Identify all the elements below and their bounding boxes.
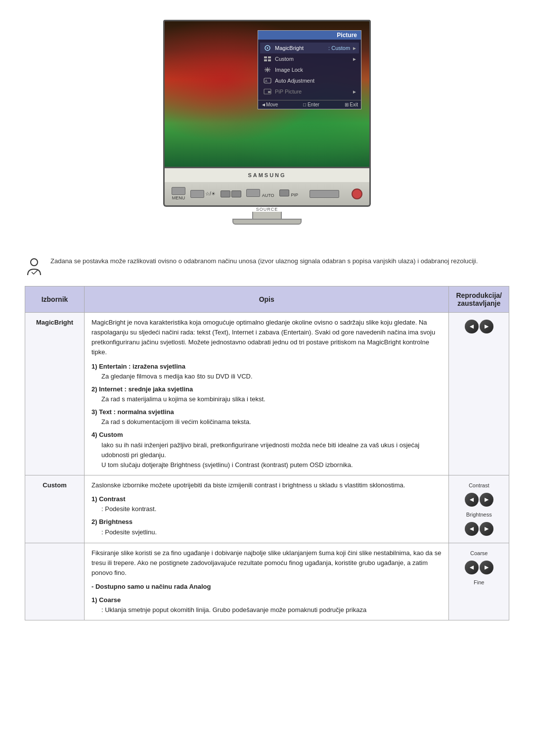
desc-para-9: U tom slučaju dotjerajte Brightness (svj…	[91, 460, 442, 470]
coarse-prev-button[interactable]: ◀	[465, 561, 479, 574]
notice-box: Zadana se postavka može razlikovati ovis…	[25, 251, 509, 281]
osd-arrow-magicbright: ►	[352, 46, 357, 51]
menu-button[interactable]	[172, 187, 185, 195]
svg-rect-5	[268, 59, 271, 61]
pip-control[interactable]: PIP	[279, 189, 298, 198]
coarse-desc-2: 1) Coarse	[91, 595, 442, 605]
osd-label-magicbright: MagicBright	[275, 45, 326, 51]
menu-label: MENU	[172, 195, 185, 200]
repro-label-contrast: Contrast	[456, 481, 502, 490]
brand-name: SAMSUNG	[248, 172, 286, 178]
osd-move: ◄Move	[261, 102, 278, 107]
snowflake-icon	[262, 65, 273, 74]
monitor-wrap: Picture MagicBright : Custom ►	[163, 20, 371, 225]
brightness-btn[interactable]	[190, 190, 204, 198]
brightness-controls: ☆/☀	[190, 190, 216, 198]
monitor-neck	[252, 212, 282, 219]
pip-label: PIP	[291, 192, 298, 197]
auto-label: AUTO	[262, 193, 274, 198]
svg-point-1	[267, 47, 268, 49]
brightness-next-button[interactable]: ▶	[480, 522, 493, 536]
prev-button[interactable]: ◀	[465, 320, 479, 333]
svg-text:A: A	[265, 79, 267, 83]
coarse-desc-4: : Uklanja smetnje poput okomitih linija.…	[91, 605, 442, 615]
monitor-controls: MENU ☆/☀ AUTO PIP	[163, 182, 371, 207]
brightness-buttons: ◀ ▶	[456, 522, 502, 536]
auto-control[interactable]: AUTO	[246, 189, 274, 198]
osd-item-magicbright[interactable]: MagicBright : Custom ►	[260, 43, 359, 53]
dvd-icon	[262, 44, 273, 52]
pip-icon	[262, 87, 273, 96]
osd-label-autoadj: Auto Adjustment	[275, 78, 357, 84]
desc-para-1: 1) Entertain : izražena svjetlina	[91, 362, 442, 372]
cell-menu-magicbright: MagicBright	[25, 313, 85, 475]
osd-item-custom[interactable]: Custom ►	[260, 53, 359, 64]
svg-rect-4	[264, 59, 267, 61]
desc-para-6: Za rad s dokumentacijom ili većim količi…	[91, 417, 442, 427]
osd-label-imagelock: Image Lock	[275, 67, 357, 73]
nav-controls	[221, 190, 241, 197]
osd-label-pip: PiP Picture	[275, 89, 350, 94]
power-button[interactable]	[352, 189, 362, 199]
menu-control[interactable]: MENU	[172, 187, 185, 200]
cell-repro-magicbright: ◀ ▶	[449, 313, 509, 475]
repro-buttons-magicbright: ◀ ▶	[456, 320, 502, 333]
custom-desc-1: 1) Contrast	[91, 494, 442, 504]
repro-label-fine: Fine	[456, 578, 502, 587]
custom-desc-0: Zaslonske izbornike možete upotrijebiti …	[91, 480, 442, 490]
auto-icon: A	[262, 76, 273, 85]
osd-item-imagelock[interactable]: Image Lock	[260, 64, 359, 75]
cell-desc-magicbright: MagicBright je nova karakteristika koja …	[85, 313, 449, 475]
monitor-foot	[232, 219, 302, 225]
cell-menu-custom: Custom	[25, 475, 85, 543]
pip-button[interactable]	[279, 189, 289, 196]
col-header-menu: Izbornik	[25, 286, 85, 313]
col-header-desc: Opis	[85, 286, 449, 313]
osd-body: MagicBright : Custom ►	[258, 40, 361, 100]
contrast-prev-button[interactable]: ◀	[465, 493, 479, 507]
coarse-desc-1: - Dostupno samo u načinu rada Analog	[91, 582, 442, 592]
custom-desc-2: : Podesite kontrast.	[91, 504, 442, 514]
brightness-symbol: ☆/☀	[205, 191, 216, 196]
monitor-screen: Picture MagicBright : Custom ►	[163, 20, 371, 168]
svg-rect-3	[268, 56, 271, 58]
cell-desc-coarse: Fiksiranje slike koristi se za fino ugađ…	[85, 543, 449, 620]
osd-value-magicbright: : Custom	[328, 45, 350, 51]
osd-arrow-custom: ►	[352, 56, 357, 62]
main-table: Izbornik Opis Reprodukcija/ zaustavljanj…	[25, 286, 509, 620]
desc-para-7: 4) Custom	[91, 430, 442, 440]
osd-enter: □ Enter	[303, 102, 319, 107]
osd-item-pip[interactable]: PiP Picture ►	[260, 86, 359, 97]
osd-item-autoadj[interactable]: A Auto Adjustment	[260, 75, 359, 86]
desc-para-5: 3) Text : normalna svjetlina	[91, 407, 442, 417]
col-header-repro: Reprodukcija/ zaustavljanje	[449, 286, 509, 313]
menu-grid-icon	[262, 54, 273, 63]
repro-label-coarse: Coarse	[456, 549, 502, 558]
cell-desc-custom: Zaslonske izbornike možete upotrijebiti …	[85, 475, 449, 543]
cell-menu-coarse	[25, 543, 85, 620]
contrast-buttons: ◀ ▶	[456, 493, 502, 507]
svg-rect-2	[264, 56, 267, 58]
svg-point-14	[31, 259, 38, 266]
osd-title: Picture	[258, 31, 361, 40]
source-label: SOURCE	[256, 207, 278, 212]
table-row: Fiksiranje slike koristi se za fino ugađ…	[25, 543, 509, 620]
desc-para-4: Za rad s materijalima u kojima se kombin…	[91, 394, 442, 404]
contrast-next-button[interactable]: ▶	[480, 493, 493, 507]
svg-rect-13	[268, 91, 270, 93]
monitor-stand: SOURCE	[232, 207, 302, 225]
notice-text: Zadana se postavka može razlikovati ovis…	[50, 256, 478, 266]
source-section	[303, 190, 347, 198]
desc-para-2: Za gledanje filmova s medija kao što su …	[91, 372, 442, 381]
desc-para-3: 2) Internet : srednje jaka svjetlina	[91, 384, 442, 394]
auto-button[interactable]	[246, 189, 260, 197]
up-button[interactable]	[221, 190, 230, 197]
brightness-prev-button[interactable]: ◀	[465, 522, 479, 536]
next-button[interactable]: ▶	[480, 320, 493, 333]
coarse-next-button[interactable]: ▶	[480, 561, 493, 574]
monitor-section: Picture MagicBright : Custom ►	[0, 0, 534, 239]
osd-footer: ◄Move □ Enter ⊞ Exit	[258, 100, 361, 109]
source-button[interactable]	[310, 190, 339, 198]
down-button[interactable]	[231, 190, 241, 197]
custom-desc-4: : Podesite svjetlinu.	[91, 527, 442, 537]
